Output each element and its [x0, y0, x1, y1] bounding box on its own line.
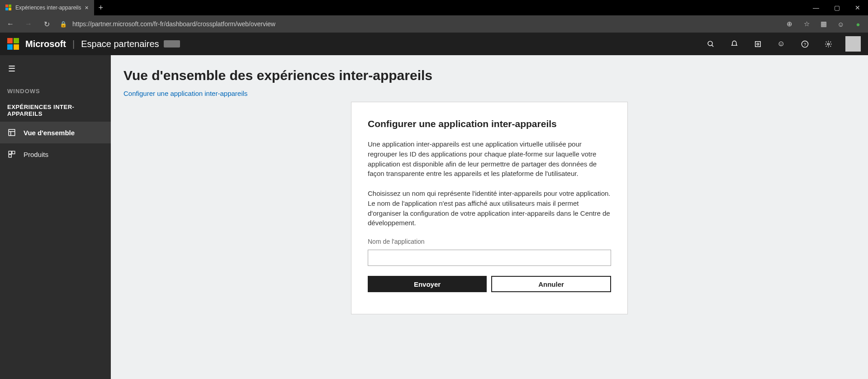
dialog-title: Configurer une application inter-apparei…: [368, 118, 611, 129]
sidebar-section: EXPÉRIENCES INTER-APPAREILS: [0, 99, 111, 122]
sidebar-category: WINDOWS: [0, 83, 111, 99]
dialog-button-row: Envoyer Annuler: [368, 276, 611, 292]
content-area: Vue d'ensemble des expériences inter-app…: [111, 55, 868, 379]
header-divider: |: [72, 39, 75, 49]
sidebar-item-label: Vue d'ensemble: [24, 129, 75, 137]
browser-chrome: Expériences inter-appareils × + — ▢ ✕ ← …: [0, 0, 868, 33]
svg-point-6: [827, 43, 829, 45]
svg-rect-11: [12, 151, 15, 154]
close-window-icon[interactable]: ✕: [847, 0, 868, 15]
notifications-icon[interactable]: [725, 35, 743, 53]
window-controls: — ▢ ✕: [806, 0, 868, 15]
workspace: ☰ WINDOWS EXPÉRIENCES INTER-APPAREILS Vu…: [0, 55, 868, 379]
browser-tab[interactable]: Expériences inter-appareils ×: [0, 0, 94, 15]
address-bar-right: ⊕ ☆ ▦ ☺ ●: [782, 17, 865, 31]
search-icon[interactable]: [702, 35, 720, 53]
configure-app-link[interactable]: Configurer une application inter-apparei…: [123, 90, 247, 97]
cancel-button[interactable]: Annuler: [491, 276, 611, 292]
forward-icon[interactable]: →: [21, 16, 36, 32]
maximize-icon[interactable]: ▢: [826, 0, 847, 15]
address-bar: ← → ↻ 🔒 https://partner.microsoft.com/fr…: [0, 15, 868, 33]
avatar[interactable]: [845, 36, 861, 52]
new-tab-button[interactable]: +: [94, 3, 108, 13]
hamburger-icon[interactable]: ☰: [3, 60, 21, 78]
products-icon: [7, 150, 16, 159]
overview-icon: [7, 128, 16, 137]
sidebar-item-label: Produits: [24, 151, 48, 158]
app-header: Microsoft | Espace partenaires ☺ ?: [0, 33, 868, 55]
page-title: Vue d'ensemble des expériences inter-app…: [123, 68, 855, 83]
workspaces-icon[interactable]: [749, 35, 767, 53]
favorite-icon[interactable]: ☆: [799, 17, 814, 31]
brand-text: Microsoft: [25, 39, 66, 49]
back-icon[interactable]: ←: [3, 16, 18, 32]
tab-title: Expériences inter-appareils: [15, 5, 81, 11]
close-tab-icon[interactable]: ×: [85, 5, 88, 11]
url-text[interactable]: https://partner.microsoft.com/fr-fr/dash…: [72, 20, 779, 28]
app-name-input[interactable]: [368, 250, 611, 266]
svg-point-0: [708, 41, 712, 46]
svg-line-1: [711, 45, 713, 47]
feedback-icon[interactable]: ☺: [772, 35, 790, 53]
sidebar-item-overview[interactable]: Vue d'ensemble: [0, 122, 111, 143]
lock-icon: 🔒: [57, 21, 70, 28]
status-badge: [164, 40, 180, 47]
submit-button[interactable]: Envoyer: [368, 276, 487, 292]
dialog-paragraph-1: Une application inter-appareils est une …: [368, 139, 611, 179]
header-actions: ☺ ?: [702, 35, 861, 53]
svg-rect-7: [9, 129, 15, 136]
settings-icon[interactable]: [819, 35, 837, 53]
collections-icon[interactable]: ▦: [816, 17, 831, 31]
microsoft-logo-icon: [7, 38, 19, 50]
app-name-label: Nom de l'application: [368, 238, 611, 245]
face-icon[interactable]: ☺: [834, 17, 848, 31]
extension-icon[interactable]: ●: [851, 17, 865, 31]
zoom-icon[interactable]: ⊕: [782, 17, 797, 31]
svg-rect-2: [755, 41, 760, 46]
tab-favicon-icon: [5, 5, 12, 11]
portal-name: Espace partenaires: [81, 39, 159, 49]
svg-rect-10: [9, 151, 11, 154]
svg-text:?: ?: [803, 42, 806, 47]
svg-rect-12: [9, 155, 11, 157]
tab-bar: Expériences inter-appareils × + — ▢ ✕: [0, 0, 868, 15]
dialog-paragraph-2: Choisissez un nom qui représente l'ident…: [368, 189, 611, 228]
minimize-icon[interactable]: —: [806, 0, 826, 15]
configure-dialog: Configurer une application inter-apparei…: [351, 102, 628, 314]
refresh-icon[interactable]: ↻: [39, 16, 54, 32]
sidebar-item-products[interactable]: Produits: [0, 143, 111, 165]
sidebar: ☰ WINDOWS EXPÉRIENCES INTER-APPAREILS Vu…: [0, 55, 111, 379]
svg-point-3: [757, 43, 759, 45]
help-icon[interactable]: ?: [796, 35, 814, 53]
